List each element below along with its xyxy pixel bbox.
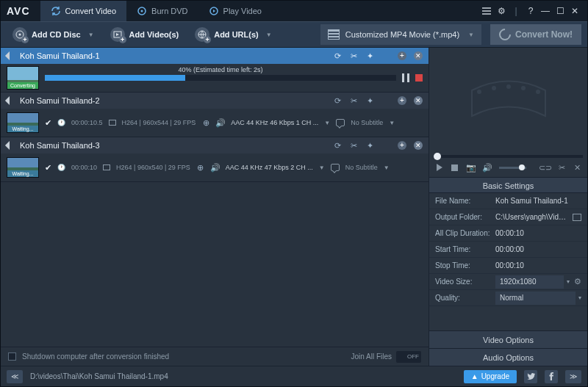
clock-icon: 🕐 — [57, 119, 65, 126]
subtitle-info: No Subtitle — [345, 164, 378, 171]
film-icon — [103, 164, 110, 170]
seek-bar[interactable] — [434, 155, 583, 158]
stop-button[interactable] — [415, 74, 423, 82]
effects-icon[interactable]: ✦ — [365, 96, 374, 105]
remove-icon[interactable]: ✕ — [414, 141, 423, 150]
cut-icon[interactable]: ✂ — [349, 96, 358, 105]
volume-icon[interactable]: 🔊 — [483, 163, 492, 172]
file-item[interactable]: Koh Samui Thailand-3 ⟳ ✂ ✦ + ✕ Waiting..… — [1, 137, 429, 182]
video-size-dropdown[interactable]: 1920x1080 — [495, 275, 564, 289]
minimize-button[interactable]: — — [539, 4, 552, 18]
subtitle-icon[interactable] — [336, 119, 345, 126]
button-label: Add CD Disc — [32, 30, 81, 39]
button-label: Add Video(s) — [129, 30, 179, 39]
shuffle-icon[interactable]: ✕ — [573, 163, 581, 172]
facebook-icon[interactable] — [545, 370, 558, 383]
refresh-icon[interactable]: ⟳ — [333, 51, 342, 60]
prev-button[interactable]: ≪ — [7, 370, 23, 383]
upgrade-button[interactable]: ▲Upgrade — [464, 370, 517, 383]
edit-icon[interactable] — [5, 95, 15, 106]
video-add-icon — [110, 27, 125, 42]
check-icon[interactable]: ✔ — [45, 118, 51, 128]
play-button[interactable] — [435, 163, 443, 172]
stop-button[interactable] — [451, 163, 459, 172]
subtitle-icon[interactable] — [331, 164, 340, 171]
app-logo: AVC — [7, 5, 30, 17]
edit-icon[interactable] — [5, 140, 15, 151]
tab-label: Burn DVD — [151, 7, 188, 15]
twitter-icon[interactable] — [524, 370, 537, 383]
cut-icon[interactable]: ✂ — [557, 163, 565, 172]
menu-icon[interactable] — [480, 4, 493, 18]
file-title: Koh Samui Thailand-2 — [20, 96, 327, 105]
file-item[interactable]: Koh Samui Thailand-1 ⟳ ✂ ✦ + ✕ Convertin… — [1, 48, 429, 93]
setting-label: Video Size: — [435, 278, 495, 286]
convert-now-button[interactable]: Convert Now! — [490, 24, 581, 45]
thumbnail: Waiting... — [7, 157, 39, 178]
join-files-label: Join All Files — [351, 352, 392, 361]
svg-point-9 — [507, 85, 510, 88]
audio-options-button[interactable]: Audio Options — [429, 348, 587, 366]
pause-button[interactable] — [402, 73, 409, 82]
status-badge: Waiting... — [7, 126, 38, 132]
file-name-value[interactable]: Koh Samui Thailand-1 — [495, 197, 581, 205]
tab-label: Convert Video — [65, 7, 117, 15]
start-time-value[interactable]: 00:00:00 — [495, 245, 581, 253]
crop-icon[interactable]: ⊕ — [201, 118, 210, 127]
folder-icon[interactable] — [573, 214, 581, 221]
cut-icon[interactable]: ✂ — [349, 141, 358, 150]
speaker-icon: 🔊 — [216, 118, 225, 127]
settings-icon[interactable]: ⚙ — [495, 4, 508, 18]
refresh-icon[interactable]: ⟳ — [333, 141, 342, 150]
add-icon[interactable]: + — [398, 96, 406, 105]
close-button[interactable]: ✕ — [568, 4, 581, 18]
effects-icon[interactable]: ✦ — [365, 141, 374, 150]
duration: 00:00:10 — [71, 164, 97, 171]
help-icon[interactable]: ? — [524, 4, 537, 18]
duration: 00:00:10.5 — [71, 119, 103, 126]
add-cd-disc-button[interactable]: Add CD Disc ▼ — [7, 25, 100, 44]
crop-icon[interactable]: ⊕ — [196, 163, 205, 172]
file-item[interactable]: Koh Samui Thailand-2 ⟳ ✂ ✦ + ✕ Waiting..… — [1, 93, 429, 137]
thumbnail: Waiting... — [7, 112, 39, 133]
file-title: Koh Samui Thailand-3 — [20, 141, 327, 150]
link-icon[interactable]: ⊂⊃ — [541, 163, 550, 172]
remove-icon[interactable]: ✕ — [414, 96, 423, 105]
edit-icon[interactable] — [5, 51, 15, 61]
check-icon[interactable]: ✔ — [45, 163, 51, 173]
remove-icon[interactable]: ✕ — [414, 51, 423, 60]
tab-convert-video[interactable]: Convert Video — [40, 1, 127, 21]
setting-label: Start Time: — [435, 245, 495, 253]
speaker-icon: 🔊 — [211, 163, 220, 172]
volume-slider[interactable] — [499, 167, 527, 169]
progress-text: 40% (Estimated time left: 2s) — [178, 66, 262, 73]
button-label: Convert Now! — [515, 29, 573, 40]
divider: | — [509, 4, 523, 18]
quality-dropdown[interactable]: Normal — [495, 292, 576, 305]
shutdown-label: Shutdown computer after conversion finis… — [22, 352, 169, 361]
svg-point-11 — [537, 90, 539, 93]
refresh-icon[interactable]: ⟳ — [333, 96, 342, 105]
film-icon — [328, 29, 340, 40]
add-videos-button[interactable]: Add Video(s) — [104, 25, 185, 44]
shutdown-checkbox[interactable] — [8, 352, 16, 361]
maximize-button[interactable]: ☐ — [553, 4, 567, 18]
add-urls-button[interactable]: Add URL(s) ▼ — [189, 25, 277, 44]
tab-burn-dvd[interactable]: Burn DVD — [126, 1, 198, 21]
settings-header: Basic Settings — [429, 177, 587, 193]
tab-play-video[interactable]: Play Video — [198, 1, 272, 21]
setting-label: File Name: — [435, 197, 495, 205]
snapshot-button[interactable]: 📷 — [467, 163, 476, 172]
video-options-button[interactable]: Video Options — [429, 330, 587, 348]
next-button[interactable]: ≫ — [565, 370, 581, 383]
add-icon[interactable]: + — [398, 141, 406, 150]
stop-time-value[interactable]: 00:00:10 — [495, 261, 581, 270]
add-icon[interactable]: + — [398, 51, 406, 60]
video-info: H264 | 960x544 | 29 FPS — [122, 119, 196, 126]
setting-label: Quality: — [435, 294, 495, 302]
join-files-toggle[interactable]: OFF — [396, 351, 421, 363]
gear-icon[interactable]: ⚙ — [574, 277, 581, 286]
cut-icon[interactable]: ✂ — [349, 51, 358, 60]
output-profile-dropdown[interactable]: Customized MP4 Movie (*.mp4) ▼ — [320, 24, 481, 45]
effects-icon[interactable]: ✦ — [365, 51, 374, 60]
